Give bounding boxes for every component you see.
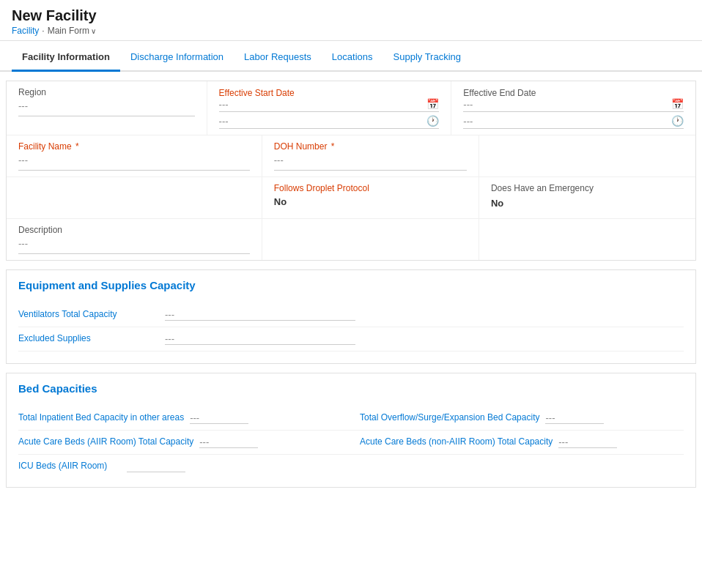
emergency-label: Does Have an Emergency xyxy=(491,183,594,193)
follows-droplet-value[interactable]: No xyxy=(274,196,467,212)
description-value[interactable]: --- xyxy=(18,238,250,254)
empty-cell-2 xyxy=(7,177,262,218)
bed-grid: Total Inpatient Bed Capacity in other ar… xyxy=(7,406,695,478)
bed-row-1: Acute Care Beds (AIIR Room) Total Capaci… xyxy=(18,431,684,455)
effective-end-cell: Effective End Date --- 📅 --- 🕐 xyxy=(451,81,695,135)
bed-label-right-1: Acute Care Beds (non-AIIR Room) Total Ca… xyxy=(360,436,553,447)
bed-label-right-0: Total Overflow/Surge/Expansion Bed Capac… xyxy=(360,412,539,423)
bed-col-left-2: ICU Beds (AIIR Room) xyxy=(18,461,342,472)
facility-name-cell: Facility Name * --- xyxy=(7,135,262,176)
bed-col-left-0: Total Inpatient Bed Capacity in other ar… xyxy=(18,412,342,424)
breadcrumb: Facility · Main Form ∨ xyxy=(12,26,690,36)
calendar-icon-end[interactable]: 📅 xyxy=(671,98,684,110)
effective-end-time-value[interactable]: --- xyxy=(463,116,668,127)
bed-section: Bed Capacities Total Inpatient Bed Capac… xyxy=(6,373,696,488)
excluded-supplies-value[interactable]: --- xyxy=(165,333,355,345)
ventilators-label: Ventilators Total Capacity xyxy=(18,309,165,321)
main-content: Region --- Effective Start Date --- 📅 --… xyxy=(0,81,702,488)
empty-cell-1 xyxy=(479,135,695,176)
page-header: New Facility Facility · Main Form ∨ xyxy=(0,0,702,41)
empty-desc-2 xyxy=(262,219,479,260)
breadcrumb-separator: · xyxy=(42,26,44,36)
clock-icon-start[interactable]: 🕐 xyxy=(426,115,439,127)
row-description: Description --- xyxy=(7,219,695,260)
bed-label-left-0: Total Inpatient Bed Capacity in other ar… xyxy=(18,412,184,423)
main-form-label: Main Form xyxy=(48,26,89,36)
bed-value-right-1[interactable]: --- xyxy=(558,436,617,448)
follows-droplet-label: Follows Droplet Protocol xyxy=(274,183,467,193)
tab-facility-information[interactable]: Facility Information xyxy=(12,44,120,72)
effective-start-time-entry: --- 🕐 xyxy=(219,115,440,129)
row-region-dates: Region --- Effective Start Date --- 📅 --… xyxy=(7,81,695,135)
facility-info-grid: Region --- Effective Start Date --- 📅 --… xyxy=(7,81,695,260)
bed-col-right-0: Total Overflow/Surge/Expansion Bed Capac… xyxy=(360,412,684,424)
facility-info-section: Region --- Effective Start Date --- 📅 --… xyxy=(6,81,696,261)
page-title: New Facility xyxy=(12,7,690,24)
effective-end-date-entry: --- 📅 xyxy=(463,98,684,112)
tab-locations[interactable]: Locations xyxy=(322,44,383,72)
bed-row-2: ICU Beds (AIIR Room) xyxy=(18,455,684,478)
equipment-section: Equipment and Supplies Capacity Ventilat… xyxy=(6,269,696,364)
doh-number-cell: DOH Number * --- xyxy=(262,135,479,176)
ventilators-value[interactable]: --- xyxy=(165,309,355,321)
bed-value-left-1[interactable]: --- xyxy=(199,436,258,448)
breadcrumb-facility[interactable]: Facility xyxy=(12,26,39,36)
tabs-bar: Facility Information Discharge Informati… xyxy=(0,44,702,72)
effective-end-label: Effective End Date xyxy=(463,88,536,98)
calendar-icon-start[interactable]: 📅 xyxy=(426,98,439,110)
row-protocols: Follows Droplet Protocol No Does Have an… xyxy=(7,177,695,219)
region-value[interactable]: --- xyxy=(18,100,195,116)
excluded-supplies-label: Excluded Supplies xyxy=(18,333,165,345)
description-cell: Description --- xyxy=(7,219,262,260)
bed-label-left-2: ICU Beds (AIIR Room) xyxy=(18,461,121,471)
facility-name-value[interactable]: --- xyxy=(18,155,250,171)
row-facility-doh: Facility Name * --- DOH Number * --- xyxy=(7,135,695,177)
bed-label-left-1: Acute Care Beds (AIIR Room) Total Capaci… xyxy=(18,436,193,447)
equipment-grid: Ventilators Total Capacity --- Excluded … xyxy=(7,303,695,351)
effective-start-date-entry: --- 📅 xyxy=(219,98,440,112)
region-cell: Region --- xyxy=(7,81,207,135)
empty-desc-3 xyxy=(479,219,695,260)
region-label: Region xyxy=(18,87,195,97)
ventilators-row: Ventilators Total Capacity --- xyxy=(18,303,684,327)
emergency-value[interactable]: No xyxy=(491,198,503,209)
tab-supply-tracking[interactable]: Supply Tracking xyxy=(383,44,472,72)
effective-start-cell: Effective Start Date --- 📅 --- 🕐 xyxy=(207,81,452,135)
effective-end-time-entry: --- 🕐 xyxy=(463,115,684,129)
facility-name-required: * xyxy=(75,141,79,152)
excluded-supplies-row: Excluded Supplies --- xyxy=(18,327,684,351)
clock-icon-end[interactable]: 🕐 xyxy=(671,115,684,127)
bed-value-left-2[interactable] xyxy=(127,461,185,472)
bed-section-title: Bed Capacities xyxy=(18,382,684,395)
effective-end-date-value[interactable]: --- xyxy=(463,99,668,110)
description-label: Description xyxy=(18,225,250,235)
doh-number-label: DOH Number * xyxy=(274,141,467,152)
bed-col-left-1: Acute Care Beds (AIIR Room) Total Capaci… xyxy=(18,436,342,448)
bed-col-right-1: Acute Care Beds (non-AIIR Room) Total Ca… xyxy=(360,436,684,448)
bed-value-right-0[interactable]: --- xyxy=(545,412,604,424)
tab-labor-requests[interactable]: Labor Requests xyxy=(234,44,322,72)
bed-row-0: Total Inpatient Bed Capacity in other ar… xyxy=(18,406,684,431)
effective-start-date-value[interactable]: --- xyxy=(219,99,424,110)
tab-discharge-information[interactable]: Discharge Information xyxy=(120,44,234,72)
effective-start-time-value[interactable]: --- xyxy=(219,116,424,127)
bed-col-right-2 xyxy=(360,461,684,472)
breadcrumb-main-form[interactable]: Main Form ∨ xyxy=(48,26,96,36)
facility-name-label: Facility Name * xyxy=(18,141,250,152)
follows-droplet-cell: Follows Droplet Protocol No xyxy=(262,177,479,218)
doh-number-value[interactable]: --- xyxy=(274,155,467,171)
chevron-down-icon: ∨ xyxy=(91,27,96,35)
bed-value-left-0[interactable]: --- xyxy=(190,412,248,424)
equipment-section-title: Equipment and Supplies Capacity xyxy=(18,279,684,291)
doh-required: * xyxy=(331,141,335,152)
emergency-cell: Does Have an Emergency No xyxy=(479,177,695,218)
effective-start-label: Effective Start Date xyxy=(219,88,295,98)
